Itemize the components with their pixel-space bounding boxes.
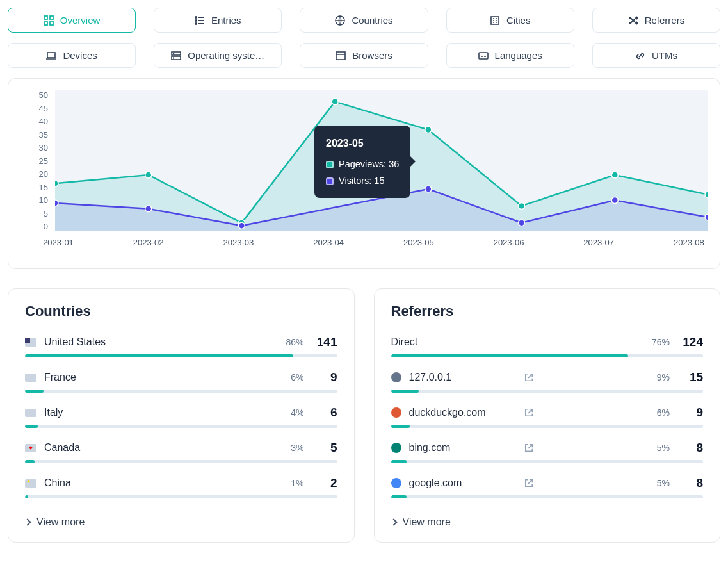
- chevron-right-icon: [24, 518, 31, 525]
- country-row[interactable]: Italy4%6: [25, 406, 337, 428]
- referrer-label: google.com: [409, 477, 517, 489]
- favicon-icon: [391, 407, 401, 418]
- tab-label: Referrers: [645, 15, 685, 26]
- tab-label: Operating syste…: [188, 50, 264, 61]
- country-row[interactable]: Canada3%5: [25, 441, 337, 463]
- referrer-bar: [391, 495, 704, 498]
- svg-rect-15: [479, 53, 488, 59]
- external-link-icon[interactable]: [524, 408, 533, 417]
- tab-label: Browsers: [352, 50, 392, 61]
- referrer-row[interactable]: duckduckgo.com6%9: [391, 406, 704, 428]
- list-icon: [195, 15, 205, 26]
- svg-point-27: [425, 186, 432, 192]
- referrer-count: 9: [677, 406, 703, 420]
- svg-point-4: [195, 17, 197, 18]
- y-tick: 20: [20, 169, 48, 179]
- tab-referrers[interactable]: Referrers: [592, 8, 720, 33]
- flag-icon: [25, 374, 36, 382]
- country-row[interactable]: China1%2: [25, 476, 337, 498]
- tab-label: Countries: [352, 15, 392, 26]
- svg-point-21: [519, 202, 525, 209]
- favicon-icon: [391, 443, 401, 453]
- shuffle-icon: [628, 15, 638, 26]
- tab-overview[interactable]: Overview: [8, 8, 136, 33]
- tab-label: UTMs: [652, 50, 677, 61]
- referrer-row[interactable]: 127.0.0.19%15: [391, 370, 704, 393]
- country-percent: 1%: [291, 478, 303, 488]
- svg-rect-2: [44, 22, 47, 25]
- chart-area: 50454035302520151050 2023-05 Pageviews: …: [20, 90, 708, 257]
- tabs-row-1: OverviewEntriesCountriesCitiesReferrers: [8, 8, 720, 33]
- referrer-bar: [391, 460, 704, 463]
- svg-point-29: [611, 197, 618, 204]
- svg-point-23: [705, 192, 708, 198]
- y-tick: 10: [20, 195, 48, 205]
- tab-operating-syste-[interactable]: Operating syste…: [154, 43, 282, 68]
- svg-point-24: [55, 200, 58, 206]
- country-count: 6: [312, 406, 337, 420]
- external-link-icon[interactable]: [524, 479, 533, 488]
- svg-point-12: [174, 53, 174, 54]
- country-row[interactable]: United States86%141: [25, 335, 337, 357]
- external-link-icon[interactable]: [524, 373, 533, 382]
- y-tick: 30: [20, 143, 48, 152]
- country-label: Italy: [44, 407, 160, 418]
- svg-rect-1: [50, 16, 53, 19]
- tab-utms[interactable]: UTMs: [592, 43, 720, 68]
- referrer-bar: [391, 390, 704, 393]
- tab-label: Cities: [506, 15, 531, 26]
- x-axis: 2023-012023-022023-032023-042023-052023-…: [39, 238, 708, 257]
- tab-label: Overview: [60, 15, 101, 26]
- country-count: 9: [312, 370, 337, 384]
- referrer-percent: 76%: [652, 337, 670, 347]
- svg-point-16: [55, 180, 58, 186]
- svg-rect-8: [491, 17, 499, 24]
- favicon-icon: [391, 372, 401, 382]
- country-percent: 4%: [291, 407, 303, 418]
- svg-point-5: [195, 20, 197, 21]
- window-icon: [336, 51, 346, 61]
- referrer-row[interactable]: bing.com5%8: [391, 441, 704, 463]
- x-tick: 2023-01: [39, 238, 77, 257]
- y-tick: 45: [20, 104, 48, 113]
- referrer-count: 8: [677, 476, 703, 490]
- referrer-label: duckduckgo.com: [409, 407, 517, 418]
- svg-rect-14: [336, 52, 345, 60]
- referrer-percent: 5%: [657, 443, 670, 453]
- referrer-count: 8: [677, 441, 703, 455]
- svg-point-13: [174, 58, 174, 58]
- referrer-bar: [391, 425, 704, 428]
- country-label: Canada: [44, 442, 160, 454]
- referrer-row[interactable]: Direct76%124: [391, 335, 704, 357]
- flag-icon: [25, 338, 36, 347]
- tab-countries[interactable]: Countries: [300, 8, 428, 33]
- tab-languages[interactable]: Languages: [446, 43, 574, 68]
- plot-area: 2023-05 Pageviews: 36Visitors: 15: [55, 90, 708, 231]
- svg-rect-3: [50, 22, 53, 25]
- country-count: 5: [312, 441, 337, 455]
- svg-point-17: [145, 172, 152, 178]
- referrer-percent: 5%: [657, 478, 670, 488]
- y-tick: 25: [20, 156, 48, 166]
- country-bar: [25, 354, 337, 357]
- referrer-label: Direct: [391, 336, 514, 348]
- country-percent: 6%: [291, 372, 303, 382]
- countries-view-more[interactable]: View more: [25, 511, 337, 528]
- referrers-view-more[interactable]: View more: [391, 511, 704, 528]
- tooltip-item: Pageviews: 36: [326, 156, 399, 172]
- country-row[interactable]: France6%9: [25, 370, 337, 393]
- x-tick: 2023-08: [670, 238, 708, 257]
- chart-tooltip: 2023-05 Pageviews: 36Visitors: 15: [314, 126, 410, 198]
- x-tick: 2023-06: [490, 238, 528, 257]
- countries-title: Countries: [25, 303, 337, 320]
- referrer-row[interactable]: google.com5%8: [391, 476, 704, 498]
- tooltip-title: 2023-05: [326, 135, 399, 153]
- external-link-icon[interactable]: [524, 443, 533, 452]
- tab-devices[interactable]: Devices: [8, 43, 136, 68]
- tab-cities[interactable]: Cities: [446, 8, 574, 33]
- x-tick: 2023-02: [129, 238, 168, 257]
- tab-entries[interactable]: Entries: [154, 8, 282, 33]
- building-icon: [490, 15, 500, 26]
- tab-browsers[interactable]: Browsers: [300, 43, 428, 68]
- country-count: 141: [312, 335, 337, 349]
